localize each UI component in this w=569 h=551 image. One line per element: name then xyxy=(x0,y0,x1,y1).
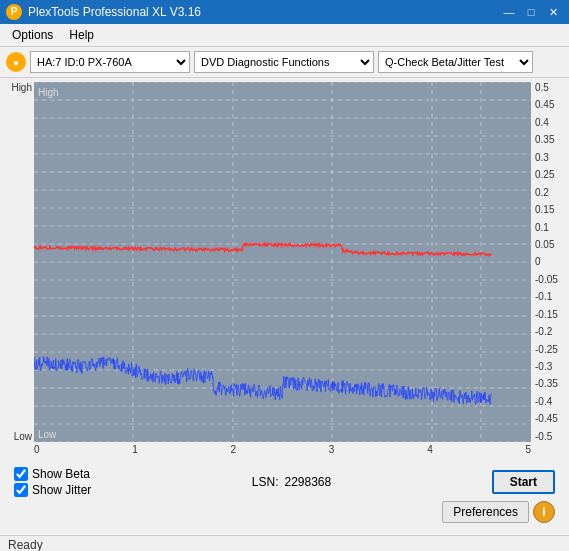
minimize-button[interactable]: — xyxy=(499,4,519,20)
show-beta-checkbox[interactable] xyxy=(14,467,28,481)
x-label-2: 2 xyxy=(231,444,237,455)
start-button[interactable]: Start xyxy=(492,470,555,494)
y-right-n0.45: -0.45 xyxy=(535,413,558,424)
function-selector[interactable]: DVD Diagnostic Functions xyxy=(194,51,374,73)
menu-bar: Options Help xyxy=(0,24,569,47)
y-axis-high: High xyxy=(11,82,32,93)
y-right-0.45: 0.45 xyxy=(535,99,554,110)
x-label-4: 4 xyxy=(427,444,433,455)
chart-container: High Low 0.5 0.45 0.4 0.35 0.3 0.25 0.2 … xyxy=(6,82,563,442)
y-right-n0.25: -0.25 xyxy=(535,344,558,355)
y-right-n0.1: -0.1 xyxy=(535,291,552,302)
status-bar: Ready xyxy=(0,535,569,551)
y-right-0.05: 0.05 xyxy=(535,239,554,250)
y-axis-low: Low xyxy=(14,431,32,442)
y-right-n0.5: -0.5 xyxy=(535,431,552,442)
y-axis-left: High Low xyxy=(6,82,34,442)
app-title: PlexTools Professional XL V3.16 xyxy=(28,5,201,19)
drive-icon: ● xyxy=(6,52,26,72)
bottom-panel: Show Beta Show Jitter LSN: 2298368 Start… xyxy=(6,461,563,529)
show-jitter-item: Show Jitter xyxy=(14,483,91,497)
y-right-0.5: 0.5 xyxy=(535,82,549,93)
y-right-n0.2: -0.2 xyxy=(535,326,552,337)
show-beta-label: Show Beta xyxy=(32,467,90,481)
info-button[interactable]: i xyxy=(533,501,555,523)
title-bar-controls: — □ ✕ xyxy=(499,4,563,20)
y-right-0.1: 0.1 xyxy=(535,222,549,233)
chart-area xyxy=(34,82,531,442)
bottom-row: Show Beta Show Jitter LSN: 2298368 Start xyxy=(14,467,555,497)
lsn-area: LSN: 2298368 xyxy=(252,475,331,489)
test-selector[interactable]: Q-Check Beta/Jitter Test xyxy=(378,51,533,73)
y-right-0.25: 0.25 xyxy=(535,169,554,180)
y-right-n0.15: -0.15 xyxy=(535,309,558,320)
x-label-0: 0 xyxy=(34,444,40,455)
main-content: High Low 0.5 0.45 0.4 0.35 0.3 0.25 0.2 … xyxy=(0,78,569,533)
close-button[interactable]: ✕ xyxy=(543,4,563,20)
app-icon: P xyxy=(6,4,22,20)
y-right-0.15: 0.15 xyxy=(535,204,554,215)
y-right-n0.35: -0.35 xyxy=(535,378,558,389)
y-right-0.3: 0.3 xyxy=(535,152,549,163)
show-jitter-checkbox[interactable] xyxy=(14,483,28,497)
x-label-5: 5 xyxy=(525,444,531,455)
title-bar: P PlexTools Professional XL V3.16 — □ ✕ xyxy=(0,0,569,24)
y-right-n0.4: -0.4 xyxy=(535,396,552,407)
toolbar: ● HA:7 ID:0 PX-760A DVD Diagnostic Funct… xyxy=(0,47,569,78)
y-axis-right: 0.5 0.45 0.4 0.35 0.3 0.25 0.2 0.15 0.1 … xyxy=(531,82,563,442)
preferences-row: Preferences i xyxy=(14,501,555,523)
y-right-0.4: 0.4 xyxy=(535,117,549,128)
x-label-1: 1 xyxy=(132,444,138,455)
y-right-0: 0 xyxy=(535,256,541,267)
y-right-n0.3: -0.3 xyxy=(535,361,552,372)
status-text: Ready xyxy=(8,538,43,551)
chart-canvas xyxy=(34,82,531,442)
show-beta-item: Show Beta xyxy=(14,467,91,481)
menu-help[interactable]: Help xyxy=(61,26,102,44)
checkboxes: Show Beta Show Jitter xyxy=(14,467,91,497)
x-axis: 0 1 2 3 4 5 xyxy=(34,442,531,457)
maximize-button[interactable]: □ xyxy=(521,4,541,20)
y-right-0.35: 0.35 xyxy=(535,134,554,145)
lsn-value: 2298368 xyxy=(284,475,331,489)
title-bar-left: P PlexTools Professional XL V3.16 xyxy=(6,4,201,20)
preferences-button[interactable]: Preferences xyxy=(442,501,529,523)
y-right-n0.05: -0.05 xyxy=(535,274,558,285)
x-label-3: 3 xyxy=(329,444,335,455)
drive-selector[interactable]: HA:7 ID:0 PX-760A xyxy=(30,51,190,73)
lsn-label: LSN: xyxy=(252,475,279,489)
y-right-0.2: 0.2 xyxy=(535,187,549,198)
show-jitter-label: Show Jitter xyxy=(32,483,91,497)
menu-options[interactable]: Options xyxy=(4,26,61,44)
